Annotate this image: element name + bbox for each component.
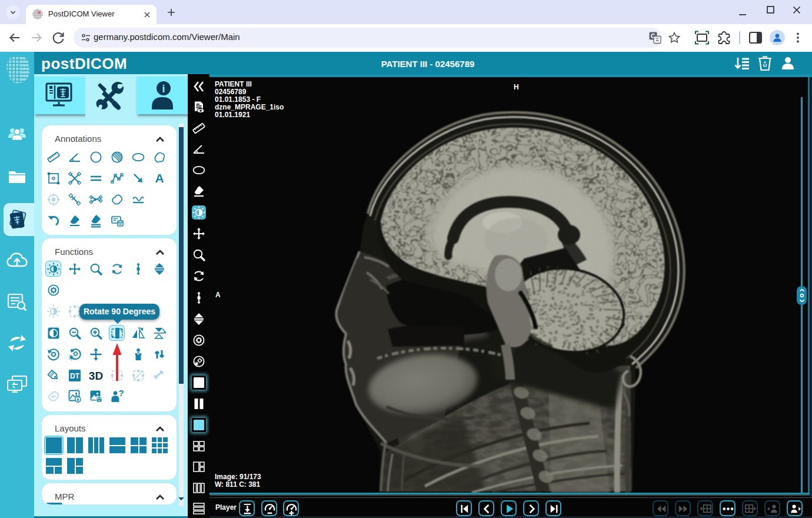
svg-text:i: i — [162, 83, 165, 95]
